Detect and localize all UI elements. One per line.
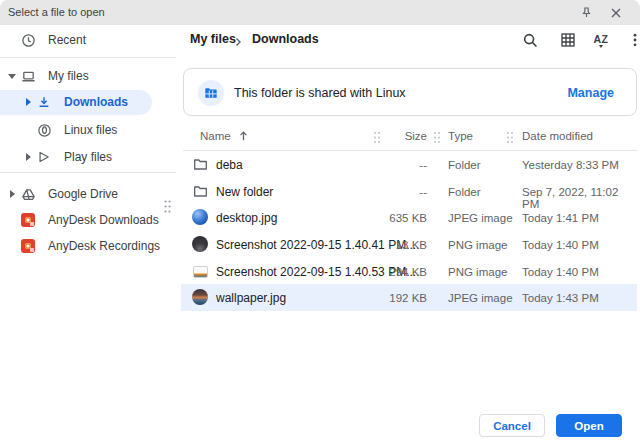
sidebar-divider <box>0 57 176 58</box>
sidebar-item-anydesk-recordings[interactable]: AnyDesk Recordings <box>0 235 176 257</box>
column-header-name[interactable]: Name <box>200 130 249 142</box>
play-icon <box>36 149 52 165</box>
shared-folder-banner: This folder is shared with Linux Manage <box>183 68 637 116</box>
file-date: Yesterday 8:33 PM <box>522 159 619 171</box>
folder-icon <box>192 183 208 199</box>
file-size: 294 KB <box>357 266 427 278</box>
file-date: Today 1:40 PM <box>522 239 599 251</box>
chevron-collapsed-icon[interactable] <box>20 98 36 106</box>
sidebar-item-label: AnyDesk Recordings <box>48 239 160 253</box>
file-row-wallpaper-jpg-selected[interactable]: wallpaper.jpg 192 KB JPEG image Today 1:… <box>181 284 637 311</box>
file-name: wallpaper.jpg <box>216 291 286 305</box>
sidebar-item-label: Recent <box>48 33 86 47</box>
search-icon[interactable] <box>521 31 539 49</box>
folder-icon <box>192 156 208 172</box>
sidebar-item-label: Linux files <box>64 123 117 137</box>
sidebar-item-google-drive[interactable]: Google Drive <box>0 183 176 205</box>
more-options-icon[interactable] <box>626 31 640 49</box>
manage-link[interactable]: Manage <box>567 69 614 117</box>
column-header-size[interactable]: Size <box>357 130 427 142</box>
close-icon[interactable] <box>607 4 624 21</box>
download-icon <box>36 94 52 110</box>
table-header: Name Size Type Date modified <box>180 127 638 149</box>
file-date: Today 1:43 PM <box>522 292 599 304</box>
sort-ascending-arrow-icon <box>238 130 249 142</box>
file-picker-dialog: Select a file to open Recent My files <box>0 0 640 442</box>
breadcrumb-my-files[interactable]: My files <box>190 31 236 47</box>
sidebar-item-recent[interactable]: Recent <box>0 29 176 51</box>
image-thumbnail-dark <box>192 236 208 252</box>
file-size: 192 KB <box>357 292 427 304</box>
anydesk-icon <box>20 212 36 228</box>
computer-icon <box>20 68 36 84</box>
sidebar-item-label: Play files <box>64 150 112 164</box>
dialog-title: Select a file to open <box>8 0 105 25</box>
anydesk-icon <box>20 238 36 254</box>
grid-view-icon[interactable] <box>559 31 577 49</box>
sidebar-item-linux-files[interactable]: Linux files <box>0 119 176 141</box>
sort-az-icon[interactable]: AZ <box>592 31 610 49</box>
breadcrumb-downloads[interactable]: Downloads <box>252 31 319 47</box>
column-resize-handle[interactable] <box>506 131 514 146</box>
pin-icon[interactable] <box>578 4 595 21</box>
file-type: JPEG image <box>448 292 513 304</box>
chevron-collapsed-icon[interactable] <box>20 153 36 161</box>
file-date: Today 1:40 PM <box>522 266 599 278</box>
file-row-screenshot-2[interactable]: Screenshot 2022-09-15 1.40.53 PM.... 294… <box>181 258 637 285</box>
file-size: -- <box>357 159 427 171</box>
file-type: PNG image <box>448 266 507 278</box>
sidebar-item-anydesk-downloads[interactable]: AnyDesk Downloads <box>0 209 176 231</box>
sidebar-divider <box>0 172 176 173</box>
sidebar-item-my-files[interactable]: My files <box>0 65 176 87</box>
shared-folder-icon <box>198 80 224 106</box>
image-thumbnail-screenshot <box>192 263 208 279</box>
sidebar-item-label: AnyDesk Downloads <box>48 213 159 227</box>
chevron-expanded-icon[interactable] <box>4 74 20 79</box>
file-size: -- <box>357 186 427 198</box>
sidebar-item-label: Downloads <box>64 95 128 109</box>
google-drive-icon <box>20 186 36 202</box>
sidebar-item-downloads[interactable]: Downloads <box>0 91 176 113</box>
banner-message: This folder is shared with Linux <box>234 69 406 117</box>
chevron-collapsed-icon[interactable] <box>4 190 20 198</box>
file-row-deba[interactable]: deba -- Folder Yesterday 8:33 PM <box>181 151 637 178</box>
file-size: 13 KB <box>357 239 427 251</box>
file-row-desktop-jpg[interactable]: desktop.jpg 635 KB JPEG image Today 1:41… <box>181 204 637 231</box>
file-type: PNG image <box>448 239 507 251</box>
image-thumbnail-blue <box>192 209 208 225</box>
penguin-icon <box>36 122 52 138</box>
titlebar: Select a file to open <box>0 0 640 25</box>
cancel-button[interactable]: Cancel <box>479 414 545 437</box>
sidebar-item-play-files[interactable]: Play files <box>0 146 176 168</box>
open-button[interactable]: Open <box>556 414 622 437</box>
sidebar-item-label: My files <box>48 69 89 83</box>
file-type: Folder <box>448 159 481 171</box>
breadcrumb-chevron-icon <box>233 33 243 51</box>
file-size: 635 KB <box>357 212 427 224</box>
file-type: JPEG image <box>448 212 513 224</box>
column-resize-handle[interactable] <box>433 131 441 146</box>
sidebar-item-label: Google Drive <box>48 187 118 201</box>
file-date: Today 1:41 PM <box>522 212 599 224</box>
file-name: desktop.jpg <box>216 211 277 225</box>
file-name: New folder <box>216 185 273 199</box>
file-name: deba <box>216 158 243 172</box>
sidebar-resize-handle[interactable] <box>163 199 172 218</box>
file-row-screenshot-1[interactable]: Screenshot 2022-09-15 1.40.41 PM.... 13 … <box>181 231 637 258</box>
file-row-new-folder[interactable]: New folder -- Folder Sep 7, 2022, 11:02 … <box>181 178 637 205</box>
column-header-type[interactable]: Type <box>448 130 473 142</box>
file-type: Folder <box>448 186 481 198</box>
column-header-date-modified[interactable]: Date modified <box>522 130 593 142</box>
clock-icon <box>20 32 36 48</box>
image-thumbnail-sunset <box>192 289 208 305</box>
